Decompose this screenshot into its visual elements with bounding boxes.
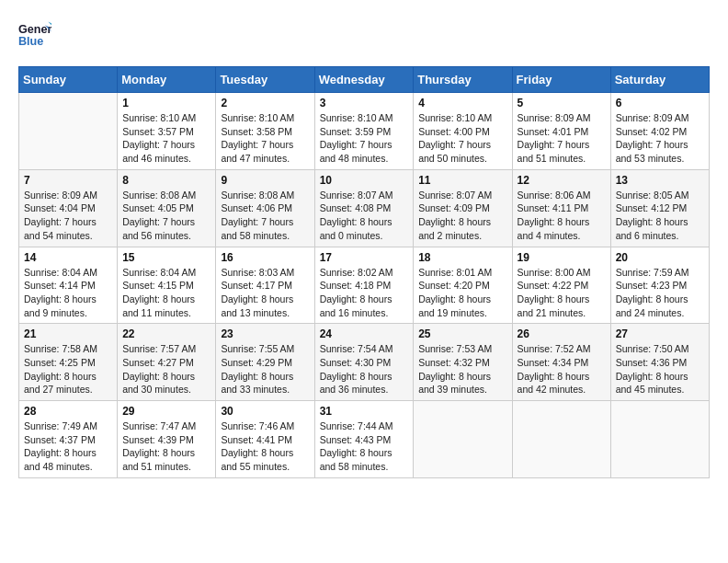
- header-friday: Friday: [512, 67, 610, 93]
- day-number: 19: [518, 251, 606, 264]
- calendar-cell: 13Sunrise: 8:05 AMSunset: 4:12 PMDayligh…: [610, 169, 709, 247]
- day-info: Sunrise: 7:58 AMSunset: 4:25 PMDaylight:…: [24, 342, 112, 396]
- day-info: Sunrise: 7:55 AMSunset: 4:29 PMDaylight:…: [221, 342, 309, 396]
- day-info: Sunrise: 8:07 AMSunset: 4:08 PMDaylight:…: [320, 189, 409, 243]
- day-number: 24: [320, 327, 409, 340]
- day-number: 26: [518, 327, 606, 340]
- calendar-table: SundayMondayTuesdayWednesdayThursdayFrid…: [18, 66, 710, 478]
- calendar-cell: 31Sunrise: 7:44 AMSunset: 4:43 PMDayligh…: [314, 401, 414, 478]
- day-number: 3: [320, 97, 409, 109]
- day-info: Sunrise: 7:59 AMSunset: 4:23 PMDaylight:…: [616, 266, 704, 320]
- day-number: 14: [24, 251, 112, 264]
- day-info: Sunrise: 8:04 AMSunset: 4:15 PMDaylight:…: [122, 266, 210, 320]
- day-number: 8: [122, 174, 210, 187]
- calendar-cell: 17Sunrise: 8:02 AMSunset: 4:18 PMDayligh…: [314, 247, 414, 324]
- calendar-cell: 5Sunrise: 8:09 AMSunset: 4:01 PMDaylight…: [512, 93, 610, 170]
- calendar-cell: 23Sunrise: 7:55 AMSunset: 4:29 PMDayligh…: [216, 324, 314, 401]
- calendar-cell: 9Sunrise: 8:08 AMSunset: 4:06 PMDaylight…: [216, 169, 314, 247]
- day-number: 5: [518, 97, 606, 109]
- day-number: 6: [616, 97, 704, 109]
- calendar-header-row: SundayMondayTuesdayWednesdayThursdayFrid…: [19, 67, 710, 93]
- day-number: 17: [320, 251, 409, 264]
- day-info: Sunrise: 7:53 AMSunset: 4:32 PMDaylight:…: [418, 342, 506, 396]
- header-wednesday: Wednesday: [314, 67, 414, 93]
- day-info: Sunrise: 8:10 AMSunset: 3:57 PMDaylight:…: [122, 111, 210, 166]
- day-info: Sunrise: 8:01 AMSunset: 4:20 PMDaylight:…: [418, 266, 506, 320]
- week-row-0: 1Sunrise: 8:10 AMSunset: 3:57 PMDaylight…: [19, 93, 710, 170]
- logo: General Blue: [18, 18, 57, 52]
- day-info: Sunrise: 7:47 AMSunset: 4:39 PMDaylight:…: [122, 419, 210, 474]
- day-info: Sunrise: 7:50 AMSunset: 4:36 PMDaylight:…: [616, 342, 704, 396]
- day-number: 21: [24, 327, 112, 340]
- day-number: 15: [122, 251, 210, 264]
- calendar-cell: [512, 401, 610, 478]
- day-number: 29: [122, 405, 210, 418]
- day-info: Sunrise: 7:46 AMSunset: 4:41 PMDaylight:…: [221, 419, 309, 474]
- calendar-cell: [414, 401, 512, 478]
- day-info: Sunrise: 8:05 AMSunset: 4:12 PMDaylight:…: [616, 189, 704, 243]
- day-number: 11: [418, 174, 506, 187]
- calendar-cell: 24Sunrise: 7:54 AMSunset: 4:30 PMDayligh…: [314, 324, 414, 401]
- day-info: Sunrise: 8:04 AMSunset: 4:14 PMDaylight:…: [24, 266, 112, 320]
- day-number: 28: [24, 405, 112, 418]
- calendar-cell: 22Sunrise: 7:57 AMSunset: 4:27 PMDayligh…: [118, 324, 216, 401]
- calendar-cell: 25Sunrise: 7:53 AMSunset: 4:32 PMDayligh…: [414, 324, 512, 401]
- calendar-cell: 4Sunrise: 8:10 AMSunset: 4:00 PMDaylight…: [414, 93, 512, 170]
- header-thursday: Thursday: [414, 67, 512, 93]
- day-number: 30: [221, 405, 309, 418]
- day-number: 9: [221, 174, 309, 187]
- calendar-cell: 18Sunrise: 8:01 AMSunset: 4:20 PMDayligh…: [414, 247, 512, 324]
- page-header: General Blue: [18, 18, 710, 52]
- day-number: 2: [221, 97, 309, 109]
- calendar-cell: 2Sunrise: 8:10 AMSunset: 3:58 PMDaylight…: [216, 93, 314, 170]
- day-info: Sunrise: 8:03 AMSunset: 4:17 PMDaylight:…: [221, 266, 309, 320]
- day-info: Sunrise: 8:08 AMSunset: 4:05 PMDaylight:…: [122, 189, 210, 243]
- calendar-cell: 26Sunrise: 7:52 AMSunset: 4:34 PMDayligh…: [512, 324, 610, 401]
- calendar-cell: 10Sunrise: 8:07 AMSunset: 4:08 PMDayligh…: [314, 169, 414, 247]
- day-number: 25: [418, 327, 506, 340]
- day-number: 10: [320, 174, 409, 187]
- day-info: Sunrise: 8:09 AMSunset: 4:01 PMDaylight:…: [518, 111, 606, 166]
- week-row-1: 7Sunrise: 8:09 AMSunset: 4:04 PMDaylight…: [19, 169, 710, 247]
- calendar-cell: 14Sunrise: 8:04 AMSunset: 4:14 PMDayligh…: [19, 247, 118, 324]
- calendar-cell: 20Sunrise: 7:59 AMSunset: 4:23 PMDayligh…: [610, 247, 709, 324]
- calendar-cell: 1Sunrise: 8:10 AMSunset: 3:57 PMDaylight…: [118, 93, 216, 170]
- header-saturday: Saturday: [610, 67, 709, 93]
- day-info: Sunrise: 8:07 AMSunset: 4:09 PMDaylight:…: [418, 189, 506, 243]
- day-number: 23: [221, 327, 309, 340]
- day-number: 12: [518, 174, 606, 187]
- day-info: Sunrise: 7:44 AMSunset: 4:43 PMDaylight:…: [320, 419, 409, 474]
- calendar-cell: 21Sunrise: 7:58 AMSunset: 4:25 PMDayligh…: [19, 324, 118, 401]
- day-info: Sunrise: 8:10 AMSunset: 3:59 PMDaylight:…: [320, 111, 409, 166]
- calendar-cell: 7Sunrise: 8:09 AMSunset: 4:04 PMDaylight…: [19, 169, 118, 247]
- calendar-cell: 19Sunrise: 8:00 AMSunset: 4:22 PMDayligh…: [512, 247, 610, 324]
- day-number: 13: [616, 174, 704, 187]
- day-info: Sunrise: 7:57 AMSunset: 4:27 PMDaylight:…: [122, 342, 210, 396]
- week-row-2: 14Sunrise: 8:04 AMSunset: 4:14 PMDayligh…: [19, 247, 710, 324]
- calendar-cell: 28Sunrise: 7:49 AMSunset: 4:37 PMDayligh…: [19, 401, 118, 478]
- day-info: Sunrise: 8:10 AMSunset: 4:00 PMDaylight:…: [418, 111, 506, 166]
- header-tuesday: Tuesday: [216, 67, 314, 93]
- calendar-cell: 6Sunrise: 8:09 AMSunset: 4:02 PMDaylight…: [610, 93, 709, 170]
- calendar-cell: 11Sunrise: 8:07 AMSunset: 4:09 PMDayligh…: [414, 169, 512, 247]
- day-number: 4: [418, 97, 506, 109]
- day-info: Sunrise: 7:54 AMSunset: 4:30 PMDaylight:…: [320, 342, 409, 396]
- week-row-4: 28Sunrise: 7:49 AMSunset: 4:37 PMDayligh…: [19, 401, 710, 478]
- header-sunday: Sunday: [19, 67, 118, 93]
- day-number: 1: [122, 97, 210, 109]
- logo-icon: General Blue: [18, 18, 51, 52]
- day-number: 31: [320, 405, 409, 418]
- day-info: Sunrise: 8:02 AMSunset: 4:18 PMDaylight:…: [320, 266, 409, 320]
- header-monday: Monday: [118, 67, 216, 93]
- day-number: 27: [616, 327, 704, 340]
- calendar-cell: 27Sunrise: 7:50 AMSunset: 4:36 PMDayligh…: [610, 324, 709, 401]
- week-row-3: 21Sunrise: 7:58 AMSunset: 4:25 PMDayligh…: [19, 324, 710, 401]
- day-info: Sunrise: 8:09 AMSunset: 4:04 PMDaylight:…: [24, 189, 112, 243]
- day-number: 7: [24, 174, 112, 187]
- day-number: 22: [122, 327, 210, 340]
- calendar-cell: [19, 93, 118, 170]
- day-info: Sunrise: 8:06 AMSunset: 4:11 PMDaylight:…: [518, 189, 606, 243]
- calendar-cell: 29Sunrise: 7:47 AMSunset: 4:39 PMDayligh…: [118, 401, 216, 478]
- calendar-cell: 15Sunrise: 8:04 AMSunset: 4:15 PMDayligh…: [118, 247, 216, 324]
- day-number: 18: [418, 251, 506, 264]
